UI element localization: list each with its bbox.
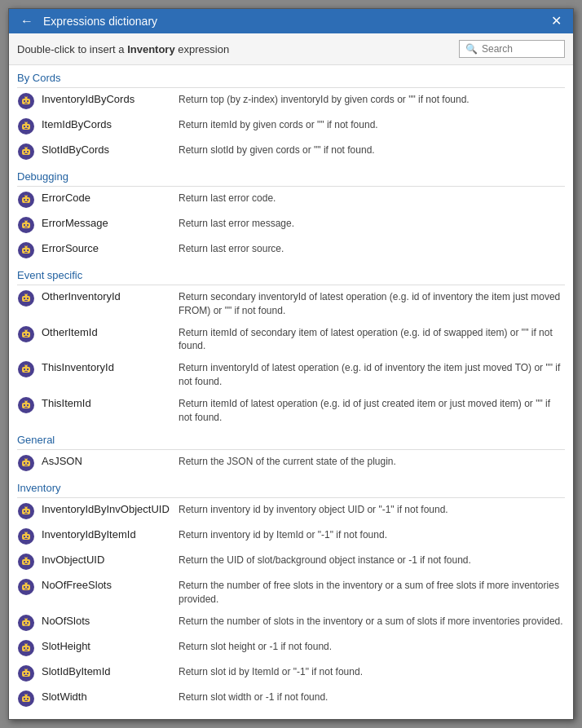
svg-rect-79 [24, 510, 25, 512]
svg-rect-108 [27, 622, 29, 624]
list-item[interactable]: ThisItemIdReturn itemId of latest operat… [9, 392, 573, 428]
entry-icon [17, 191, 35, 209]
entry-icon [17, 360, 35, 378]
svg-rect-130 [24, 700, 28, 701]
svg-rect-87 [27, 536, 29, 537]
search-box[interactable]: 🔍 [459, 40, 565, 58]
list-item[interactable]: InventoryIdByCordsReturn top (by z-index… [9, 88, 573, 113]
entry-name: ThisItemId [42, 395, 172, 409]
svg-rect-53 [24, 336, 28, 337]
svg-rect-24 [27, 199, 29, 201]
list-item[interactable]: OtherItemIdReturn itemId of secondary it… [9, 321, 573, 357]
entry-icon [17, 664, 35, 682]
svg-rect-66 [27, 404, 29, 406]
list-item[interactable]: ErrorCodeReturn last error code. [9, 187, 573, 212]
svg-rect-101 [27, 586, 29, 588]
list-item[interactable]: ItemIdByCordsReturn itemId by given cord… [9, 113, 573, 139]
title-bar: ← Expressions dictionary ✕ [9, 9, 573, 33]
svg-rect-102 [24, 589, 28, 589]
svg-rect-10 [27, 126, 29, 127]
list-item[interactable]: SlotIdByCordsReturn slotId by given cord… [9, 139, 573, 164]
toolbar-prefix: Double-click to insert a [17, 43, 127, 55]
toolbar: Double-click to insert a Inventory expre… [9, 33, 573, 65]
entry-name: SlotWidth [42, 689, 172, 703]
entry-name: ErrorMessage [42, 215, 172, 229]
entry-name: OtherInventoryId [42, 289, 172, 302]
svg-point-6 [25, 95, 27, 97]
search-input[interactable] [482, 43, 555, 55]
entry-name: InventoryIdByItemId [42, 527, 172, 540]
svg-point-41 [25, 245, 27, 246]
entry-name: ItemIdByCords [42, 117, 172, 130]
svg-rect-73 [27, 462, 29, 464]
list-item[interactable]: InventoryIdByInvObjectUIDReturn inventor… [9, 498, 573, 523]
entry-name: ErrorSource [42, 240, 172, 254]
svg-rect-88 [24, 538, 28, 539]
entry-name: AsJSON [42, 453, 172, 467]
svg-rect-94 [27, 561, 29, 563]
content-area[interactable]: By Cords InventoryIdByCordsReturn top (b… [9, 65, 573, 719]
svg-rect-59 [27, 368, 29, 370]
list-item[interactable]: InventoryIdByItemIdReturn inventory id b… [9, 523, 573, 549]
svg-point-90 [25, 531, 27, 532]
entry-icon [17, 454, 35, 472]
expressions-dictionary-dialog: ← Expressions dictionary ✕ Double-click … [8, 8, 574, 720]
toolbar-label: Double-click to insert a Inventory expre… [17, 43, 229, 55]
svg-point-20 [25, 146, 27, 148]
list-item[interactable]: NoOfSlotsReturn the number of slots in t… [9, 610, 573, 635]
entry-icon [17, 92, 35, 110]
svg-rect-18 [24, 153, 28, 154]
svg-rect-100 [24, 586, 25, 588]
toolbar-suffix: expression [175, 43, 229, 55]
svg-rect-93 [24, 561, 25, 563]
svg-point-76 [25, 457, 27, 459]
svg-rect-107 [24, 622, 25, 624]
list-item[interactable]: NoOfFreeSlotsReturn the number of free s… [9, 574, 573, 610]
svg-rect-115 [27, 647, 29, 649]
list-item[interactable]: ErrorSourceReturn last error source. [9, 237, 573, 263]
entry-description: Return secondary inventoryId of latest o… [179, 289, 565, 318]
dialog-title: Expressions dictionary [43, 15, 157, 28]
svg-point-62 [25, 364, 27, 365]
entry-description: Return the number of free slots in the i… [179, 577, 565, 607]
close-button[interactable]: ✕ [548, 15, 565, 28]
list-item[interactable]: AsJSONReturn the JSON of the current sta… [9, 450, 573, 475]
entry-description: Return the JSON of the current state of … [179, 453, 565, 469]
svg-rect-72 [24, 462, 25, 464]
svg-point-27 [25, 194, 27, 196]
svg-rect-2 [24, 100, 25, 102]
svg-rect-51 [24, 333, 25, 335]
entry-name: ThisInventoryId [42, 360, 172, 373]
svg-rect-31 [27, 224, 29, 226]
entry-icon [17, 143, 35, 161]
section-header-event-specific: Event specific [9, 263, 573, 285]
svg-rect-52 [27, 333, 29, 335]
svg-rect-74 [24, 465, 28, 465]
entry-description: Return itemId by given cords or "" if no… [179, 117, 565, 132]
svg-rect-65 [24, 404, 25, 406]
section-header-inventory: Inventory [9, 475, 573, 497]
list-item[interactable]: InvObjectUIDReturn the UID of slot/backg… [9, 549, 573, 574]
svg-rect-95 [24, 563, 28, 564]
list-item[interactable]: SlotIdByItemIdReturn slot id by ItemId o… [9, 660, 573, 686]
list-item[interactable]: SlotHeightReturn slot height or -1 if no… [9, 635, 573, 660]
list-item[interactable]: SlotWidthReturn slot width or -1 if not … [9, 686, 573, 711]
entry-description: Return last error code. [179, 190, 565, 205]
entry-icon [17, 614, 35, 632]
svg-rect-44 [24, 298, 25, 299]
entry-description: Return top (by z-index) inventoryId by g… [179, 91, 565, 107]
entry-name: InvObjectUID [42, 552, 172, 566]
back-button[interactable]: ← [17, 15, 37, 28]
entry-icon [17, 325, 35, 343]
list-item[interactable]: ThisInventoryIdReturn inventoryId of lat… [9, 356, 573, 392]
svg-rect-109 [24, 624, 28, 625]
list-item[interactable]: OtherInventoryIdReturn secondary invento… [9, 285, 573, 321]
svg-point-55 [25, 329, 27, 330]
entry-name: ErrorCode [42, 190, 172, 204]
entry-icon [17, 396, 35, 414]
entry-name: InventoryIdByInvObjectUID [42, 501, 172, 515]
entry-icon [17, 690, 35, 708]
entry-description: Return the number of slots in the invent… [179, 613, 565, 629]
svg-rect-16 [24, 151, 25, 152]
list-item[interactable]: ErrorMessageReturn last error message. [9, 212, 573, 237]
